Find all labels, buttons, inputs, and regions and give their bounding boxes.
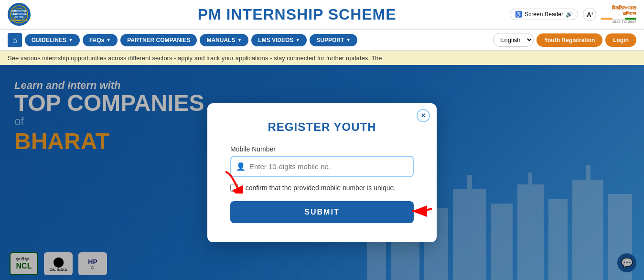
svg-text:GOVERNMENT OF INDIA: GOVERNMENT OF INDIA [10, 20, 28, 22]
svg-text:AFFAIRS: AFFAIRS [14, 16, 23, 18]
guidelines-label: GUIDELINES [32, 37, 66, 43]
modal-overlay: × REGISTER YOUTH Mobile Number 👤 [0, 65, 644, 280]
guidelines-button[interactable]: GUIDELINES ▼ [25, 34, 80, 46]
screen-reader-button[interactable]: ♿ Screen Reader 🔊 [510, 9, 578, 20]
partner-companies-button[interactable]: PARTNER COMPANIES [120, 34, 197, 46]
confirm-label: I confirm that the provided mobile numbe… [242, 184, 396, 192]
accessibility-icon: ♿ [515, 11, 522, 18]
modal-title: REGISTER YOUTH [230, 120, 414, 134]
chevron-down-icon: ▼ [106, 37, 111, 43]
mobile-input-wrapper: 👤 [230, 156, 414, 177]
mobile-number-input[interactable] [230, 156, 414, 177]
hero-section: Learn and Intern with TOP COMPANIES of B… [0, 65, 644, 280]
checkbox-container: I confirm that the provided mobile numbe… [230, 184, 414, 192]
logo-area: MINISTRY OF CORPORATE AFFAIRS GOVERNMENT… [8, 3, 84, 26]
login-label: Login [613, 37, 629, 43]
chevron-down-icon: ▼ [237, 37, 242, 43]
login-button[interactable]: Login [605, 33, 636, 47]
chevron-down-icon: ▼ [295, 37, 300, 43]
youth-registration-label: Youth Registration [544, 37, 595, 43]
home-icon: ⌂ [12, 36, 17, 44]
site-title: PM INTERNSHIP SCHEME [84, 6, 510, 23]
govt-emblem: MINISTRY OF CORPORATE AFFAIRS GOVERNMENT… [8, 3, 31, 26]
screen-reader-label: Screen Reader [525, 11, 563, 18]
partner-companies-label: PARTNER COMPANIES [127, 37, 190, 43]
news-ticker: See various internship opportunities acr… [0, 51, 644, 65]
faqs-button[interactable]: FAQs ▼ [83, 34, 118, 46]
manuals-button[interactable]: MANUALS ▼ [200, 34, 248, 46]
font-resize-label: Aᴵ [587, 11, 592, 18]
submit-button[interactable]: SUBMIT [230, 201, 414, 223]
register-youth-modal: × REGISTER YOUTH Mobile Number 👤 [207, 103, 437, 242]
viksit-bharat-logo: विकसित•भारत अभियान 1947 TO 2047 [601, 5, 636, 24]
viksit-years: 1947 TO 2047 [612, 20, 636, 24]
svg-text:CORPORATE: CORPORATE [11, 12, 27, 15]
font-resize-button[interactable]: Aᴵ [583, 8, 596, 21]
viksit-line1: विकसित•भारत [612, 5, 636, 11]
header-right: ♿ Screen Reader 🔊 Aᴵ विकसित•भारत अभियान … [510, 5, 636, 24]
modal-close-button[interactable]: × [417, 109, 430, 122]
viksit-line2: अभियान [623, 11, 636, 17]
home-button[interactable]: ⌂ [8, 33, 22, 47]
support-label: SUPPORT [316, 37, 344, 43]
youth-registration-button[interactable]: Youth Registration [537, 33, 602, 47]
confirm-checkbox-row: I confirm that the provided mobile numbe… [230, 184, 414, 192]
manuals-label: MANUALS [206, 37, 235, 43]
faqs-label: FAQs [89, 37, 104, 43]
audio-icon: 🔊 [566, 11, 573, 18]
support-button[interactable]: SUPPORT ▼ [310, 34, 357, 46]
mobile-label: Mobile Number [230, 145, 414, 153]
close-icon: × [421, 111, 425, 120]
navigation-bar: ⌂ GUIDELINES ▼ FAQs ▼ PARTNER COMPANIES … [0, 30, 644, 51]
flag-orange [601, 18, 612, 20]
chevron-down-icon: ▼ [346, 37, 351, 43]
arrow-to-checkbox [221, 170, 249, 195]
language-selector[interactable]: English Hindi [493, 33, 534, 47]
lms-videos-button[interactable]: LMS VIDEOS ▼ [251, 34, 307, 46]
chevron-down-icon: ▼ [68, 37, 73, 43]
ticker-text: See various internship opportunities acr… [8, 54, 382, 62]
lms-videos-label: LMS VIDEOS [258, 37, 293, 43]
arrow-to-submit [408, 199, 437, 225]
page-header: MINISTRY OF CORPORATE AFFAIRS GOVERNMENT… [0, 0, 644, 30]
submit-container: SUBMIT [230, 201, 414, 223]
